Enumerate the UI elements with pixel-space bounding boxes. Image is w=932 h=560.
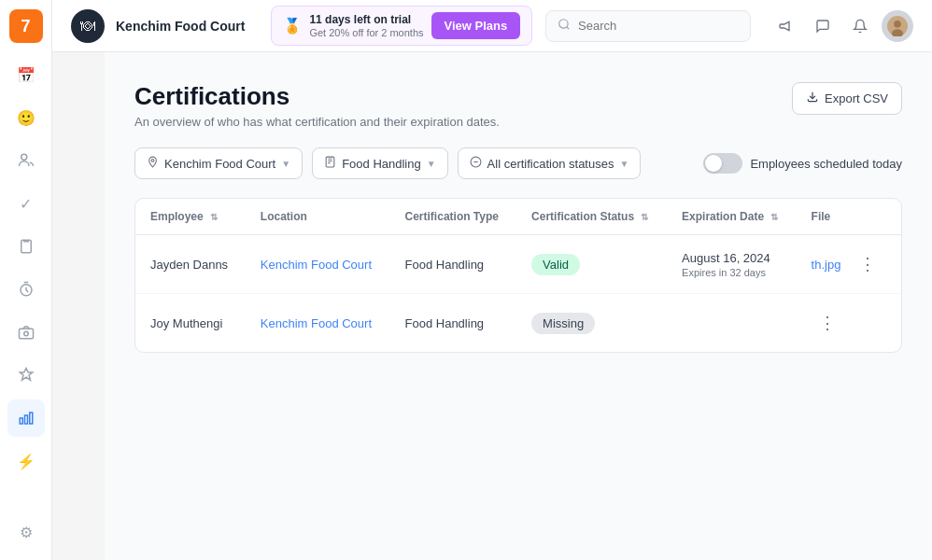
table-row: Jayden Danns Kenchim Food Court Food Han…: [135, 235, 901, 294]
app-logo[interactable]: 7: [9, 9, 43, 43]
cell-employee-1: Joy Muthengi: [135, 294, 246, 353]
employees-scheduled-toggle[interactable]: [703, 153, 742, 174]
search-icon: [558, 18, 571, 35]
cell-expiry-0: August 16, 2024 Expires in 32 days: [667, 235, 797, 294]
svg-rect-5: [20, 418, 22, 424]
employee-sort-icon: ⇅: [210, 212, 218, 222]
topbar-action-icons: [770, 10, 913, 42]
toggle-label: Employees scheduled today: [750, 157, 902, 171]
status-filter[interactable]: All certification statuses ▼: [458, 147, 642, 179]
col-header-location: Location: [246, 199, 390, 235]
location-link-0[interactable]: Kenchim Food Court: [261, 258, 372, 272]
toggle-group: Employees scheduled today: [703, 153, 902, 174]
cell-file-0: th.jpg ⋮: [797, 235, 901, 293]
export-csv-button[interactable]: Export CSV: [792, 82, 902, 115]
status-chevron-icon: ▼: [619, 159, 628, 169]
svg-rect-14: [326, 157, 334, 167]
cell-cert-type-0: Food Handling: [390, 235, 517, 294]
cell-expiry-1: [667, 294, 797, 353]
svg-point-4: [23, 331, 28, 336]
cert-type-filter-label: Food Handling: [342, 157, 421, 171]
page-subtitle: An overview of who has what certificatio…: [134, 115, 500, 129]
megaphone-button[interactable]: [770, 10, 801, 42]
sidebar-item-people[interactable]: [7, 142, 45, 179]
export-icon: [806, 91, 819, 106]
svg-rect-6: [24, 415, 27, 424]
sidebar-item-settings[interactable]: ⚙: [7, 513, 45, 551]
status-icon: [470, 156, 482, 171]
location-filter-label: Kenchim Food Court: [164, 157, 275, 171]
cert-type-icon: [324, 156, 336, 171]
sidebar-item-check[interactable]: ✓: [7, 185, 45, 222]
bell-button[interactable]: [844, 10, 876, 42]
cell-cert-status-0: Valid: [516, 235, 667, 294]
org-name: Kenchim Food Court: [116, 19, 245, 34]
cell-file-1: ⋮: [797, 294, 901, 352]
topbar: 🍽 Kenchim Food Court 🏅 11 days left on t…: [52, 0, 932, 52]
col-header-file: File: [797, 199, 901, 235]
location-icon: [147, 156, 159, 171]
col-header-cert-status[interactable]: Certification Status ⇅: [516, 199, 667, 235]
svg-rect-3: [19, 329, 33, 339]
cert-type-filter[interactable]: Food Handling ▼: [312, 147, 447, 179]
cell-cert-status-1: Missing: [516, 294, 667, 353]
avatar[interactable]: [882, 10, 913, 42]
status-badge-0: Valid: [531, 254, 580, 275]
col-header-expiry[interactable]: Expiration Date ⇅: [667, 199, 797, 235]
expiry-sort-icon: ⇅: [770, 212, 778, 222]
file-link-0[interactable]: th.jpg: [812, 258, 841, 272]
svg-point-13: [151, 160, 154, 162]
cell-employee-0: Jayden Danns: [135, 235, 246, 294]
row-more-button-1[interactable]: ⋮: [812, 309, 843, 337]
svg-point-0: [21, 154, 26, 160]
location-chevron-icon: ▼: [281, 159, 290, 169]
sidebar: 7 📅 🙂 ✓ ⚡ ⚙: [0, 0, 52, 560]
search-input[interactable]: [578, 19, 739, 33]
sidebar-item-smiley[interactable]: 🙂: [7, 99, 45, 136]
sidebar-item-bolt[interactable]: ⚡: [7, 442, 45, 480]
certifications-table: Employee ⇅ Location Certification Type C…: [134, 198, 902, 353]
sidebar-item-camera[interactable]: [7, 314, 45, 351]
status-badge-1: Missing: [531, 313, 595, 334]
main-content: Certifications An overview of who has wh…: [105, 52, 932, 560]
sidebar-item-calendar[interactable]: 📅: [7, 56, 45, 93]
cert-type-chevron-icon: ▼: [427, 159, 436, 169]
view-plans-button[interactable]: View Plans: [431, 12, 521, 39]
col-header-employee[interactable]: Employee ⇅: [135, 199, 246, 235]
sidebar-item-badge[interactable]: [7, 357, 45, 394]
chat-button[interactable]: [807, 10, 839, 42]
trial-icon: 🏅: [283, 17, 302, 35]
sidebar-item-timer[interactable]: [7, 271, 45, 308]
cell-cert-type-1: Food Handling: [390, 294, 517, 353]
sidebar-item-chart[interactable]: [7, 399, 45, 437]
org-logo: 🍽: [71, 9, 105, 43]
export-label: Export CSV: [825, 91, 888, 105]
trial-banner: 🏅 11 days left on trial Get 20% off for …: [271, 6, 532, 46]
location-filter[interactable]: Kenchim Food Court ▼: [134, 147, 303, 179]
trial-discount-text: Get 20% off for 2 months: [309, 27, 423, 38]
svg-rect-7: [29, 413, 32, 424]
sidebar-item-clipboard[interactable]: [7, 228, 45, 265]
status-filter-label: All certification statuses: [487, 157, 614, 171]
row-more-button-0[interactable]: ⋮: [852, 250, 883, 278]
col-header-cert-type: Certification Type: [390, 199, 517, 235]
trial-days-text: 11 days left on trial: [309, 13, 423, 26]
toggle-thumb: [705, 155, 722, 172]
filters-bar: Kenchim Food Court ▼ Food Handling ▼ All…: [134, 147, 902, 179]
page-header: Certifications An overview of who has wh…: [134, 82, 902, 129]
status-sort-icon: ⇅: [641, 212, 648, 222]
location-link-1[interactable]: Kenchim Food Court: [261, 316, 372, 330]
table-row: Joy Muthengi Kenchim Food Court Food Han…: [135, 294, 901, 353]
page-title: Certifications: [134, 82, 500, 111]
search-container: [545, 10, 751, 42]
cell-location-1: Kenchim Food Court: [246, 294, 390, 353]
svg-point-8: [559, 19, 568, 27]
cell-location-0: Kenchim Food Court: [246, 235, 390, 294]
svg-point-10: [894, 20, 901, 27]
